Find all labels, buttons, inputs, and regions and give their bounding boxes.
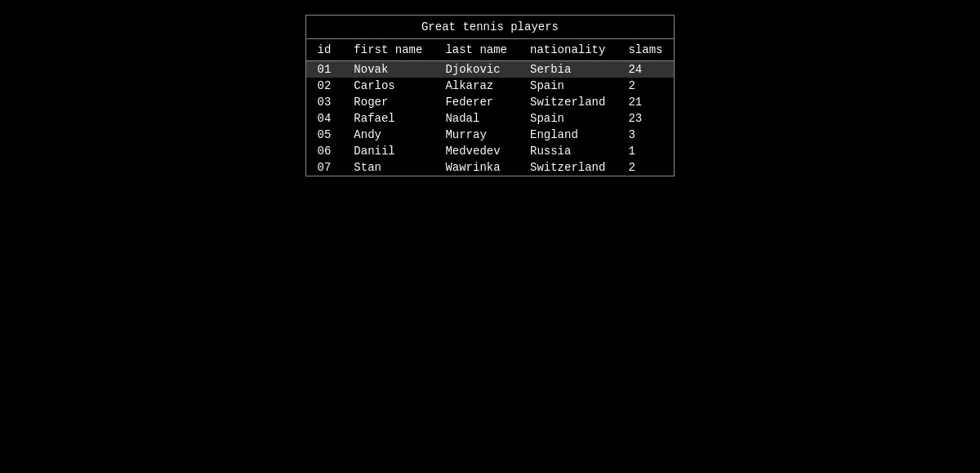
table-row: 01NovakDjokovicSerbia24 (306, 61, 675, 78)
cell-last_name: Murray (434, 127, 519, 143)
cell-slams: 2 (617, 78, 674, 94)
table-row: 02CarlosAlkarazSpain2 (306, 78, 675, 94)
cell-last_name: Alkaraz (434, 78, 519, 94)
cell-id: 01 (306, 61, 343, 78)
table-title-row: Great tennis players (306, 16, 675, 39)
table-row: 07StanWawrinkaSwitzerland2 (306, 159, 675, 176)
col-header-id: id (306, 39, 343, 61)
cell-nationality: England (519, 127, 617, 143)
table-row: 06DaniilMedvedevRussia1 (306, 143, 675, 159)
col-header-first-name: first name (342, 39, 434, 61)
table-row: 03RogerFedererSwitzerland21 (306, 94, 675, 110)
cell-last_name: Wawrinka (434, 159, 519, 176)
table-header-row: id first name last name nationality slam… (306, 39, 675, 61)
cell-first_name: Andy (342, 127, 434, 143)
table-row: 05AndyMurrayEngland3 (306, 127, 675, 143)
tennis-table: Great tennis players id first name last … (306, 16, 675, 176)
cell-first_name: Roger (342, 94, 434, 110)
col-header-last-name: last name (434, 39, 519, 61)
tennis-table-container: Great tennis players id first name last … (305, 15, 675, 176)
cell-last_name: Medvedev (434, 143, 519, 159)
cell-slams: 23 (617, 110, 674, 127)
cell-nationality: Switzerland (519, 94, 617, 110)
cell-id: 06 (306, 143, 343, 159)
cell-slams: 3 (617, 127, 674, 143)
cell-id: 02 (306, 78, 343, 94)
cell-nationality: Spain (519, 110, 617, 127)
cell-last_name: Djokovic (434, 61, 519, 78)
cell-first_name: Daniil (342, 143, 434, 159)
col-header-nationality: nationality (519, 39, 617, 61)
cell-nationality: Spain (519, 78, 617, 94)
cell-id: 04 (306, 110, 343, 127)
cell-slams: 1 (617, 143, 674, 159)
table-row: 04RafaelNadalSpain23 (306, 110, 675, 127)
cell-first_name: Novak (342, 61, 434, 78)
cell-slams: 2 (617, 159, 674, 176)
cell-nationality: Serbia (519, 61, 617, 78)
cell-last_name: Nadal (434, 110, 519, 127)
cell-id: 03 (306, 94, 343, 110)
table-body: 01NovakDjokovicSerbia2402CarlosAlkarazSp… (306, 61, 675, 176)
cell-id: 05 (306, 127, 343, 143)
col-header-slams: slams (617, 39, 674, 61)
cell-slams: 24 (617, 61, 674, 78)
cell-nationality: Russia (519, 143, 617, 159)
cell-last_name: Federer (434, 94, 519, 110)
cell-first_name: Rafael (342, 110, 434, 127)
cell-nationality: Switzerland (519, 159, 617, 176)
cell-id: 07 (306, 159, 343, 176)
cell-first_name: Stan (342, 159, 434, 176)
cell-first_name: Carlos (342, 78, 434, 94)
table-title: Great tennis players (306, 16, 675, 39)
cell-slams: 21 (617, 94, 674, 110)
